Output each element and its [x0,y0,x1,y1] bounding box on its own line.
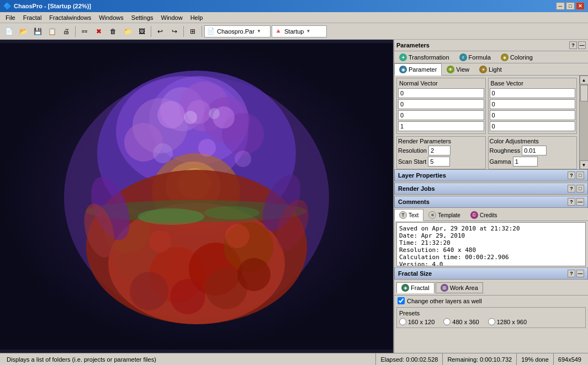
render-jobs-expand[interactable]: □ [576,185,584,192]
comments-tab-text[interactable]: T Text [394,209,423,221]
svg-point-36 [198,139,216,157]
color-adjustments-section: Color Adjustments Roughness Gamma [488,136,578,169]
change-other-layers-label: Change other layers as well [407,298,482,304]
change-other-layers-checkbox[interactable] [398,297,405,304]
menu-windows[interactable]: Windows [96,13,127,22]
params-scrollbar[interactable]: ▲ ▼ [579,76,588,169]
svg-point-29 [138,208,204,225]
normal-v3[interactable] [398,110,484,120]
tab-transformation[interactable]: ✦ Transformation [394,51,454,63]
preset-1280x960[interactable]: 1280 x 960 [488,318,527,325]
btn-e[interactable]: 🖼 [135,25,149,38]
title-bar-text: ChaosPro - [Startup (22%)] [14,3,91,9]
normal-v1[interactable] [398,88,484,98]
preset-1280x960-radio[interactable] [488,318,495,325]
menu-help[interactable]: Help [187,13,206,22]
minimize-button[interactable]: ─ [556,2,565,10]
parameters-content: Normal Vector Base Vector [394,76,579,169]
fractal-size-help[interactable]: ? [568,270,575,277]
fractal-size-collapse[interactable]: — [576,270,584,277]
svg-point-27 [237,258,271,291]
base-v1[interactable] [490,88,576,98]
layer-properties-help[interactable]: ? [568,171,575,179]
roughness-input[interactable] [522,146,547,155]
menu-settings[interactable]: Settings [128,13,157,22]
save-btn[interactable]: 💾 [31,25,44,38]
btn-c[interactable]: 🗑 [107,25,120,38]
sep4 [202,26,202,37]
normal-v4[interactable] [398,121,484,131]
menu-file[interactable]: File [2,13,19,22]
render-jobs-help[interactable]: ? [568,185,575,192]
maximize-button[interactable]: □ [566,2,575,10]
light-icon: ☀ [479,66,487,73]
grid-btn[interactable]: ⊞ [186,25,199,38]
base-v4[interactable] [490,121,576,131]
formula-icon: f [459,53,467,61]
scroll-thumb[interactable] [580,85,588,101]
svg-point-35 [153,143,173,163]
scroll-up[interactable]: ▲ [580,76,589,84]
fractal-size-section-header[interactable]: Fractal Size ? — [394,267,588,280]
menu-window[interactable]: Window [158,13,186,22]
render-jobs-section[interactable]: Render Jobs ? □ [394,182,588,195]
scanstart-input[interactable] [428,157,450,167]
comments-section-header[interactable]: Comments ? — [394,196,588,208]
startup-dropdown[interactable]: 🔺 Startup ▼ [272,25,327,37]
comments-tab-credits[interactable]: © Credits [465,209,502,221]
redo-btn[interactable]: ↪ [168,25,181,38]
subtab-fractal[interactable]: ◈ Fractal [396,282,435,293]
text-tab-icon: T [399,211,407,219]
parameters-collapse-btn[interactable]: — [578,41,586,49]
status-message-text: Displays a list of folders (i.e. project… [7,356,156,363]
menu-fractalwindows[interactable]: Fractalwindows [46,13,94,22]
base-vector-section: Base Vector [488,78,578,134]
preset-480x360[interactable]: 480 x 360 [443,318,479,325]
gamma-input[interactable] [513,157,538,167]
print-btn[interactable]: 🖨 [60,25,73,38]
undo-btn[interactable]: ↩ [153,25,167,38]
scroll-down[interactable]: ▼ [580,160,589,169]
menu-fractal[interactable]: Fractal [20,13,45,22]
parameters-help-btn[interactable]: ? [569,41,577,49]
btn-d[interactable]: 📁 [121,25,134,38]
preset-160x120-radio[interactable] [399,318,406,325]
close-button[interactable]: ✕ [576,2,585,10]
tab-parameter[interactable]: ◉ Parameter [394,63,442,76]
base-v2[interactable] [490,99,576,109]
comments-content: Saved on Apr, 29 2010 at 21:32:20 Date: … [396,222,586,266]
workarea-subtab-icon: ⊞ [441,284,448,292]
layer-properties-section[interactable]: Layer Properties ? □ [394,169,588,181]
tab-coloring-label: Coloring [510,54,533,61]
base-vector-title: Base Vector [490,79,576,87]
open-btn[interactable]: 📂 [17,25,30,38]
render-parameters-section: Render Parameters Resolution Scan Start [396,136,486,169]
layer-properties-expand[interactable]: □ [576,171,584,179]
title-bar-controls: ─ □ ✕ [556,2,585,10]
comments-collapse[interactable]: — [576,198,584,206]
parameter-icon: ◉ [399,66,407,73]
svg-point-40 [184,111,197,124]
normal-v2[interactable] [398,99,484,109]
copy-btn[interactable]: 📋 [45,25,59,38]
par-file-dropdown[interactable]: 📄 Chaospro.Par ▼ [204,25,271,37]
parameters-header: Parameters ? — [394,40,588,51]
btn-b[interactable]: ✖ [92,25,105,38]
preset-480x360-radio[interactable] [443,318,451,325]
subtab-workarea[interactable]: ⊞ Work Area [436,282,483,293]
tab-formula[interactable]: f Formula [454,51,496,63]
comments-help[interactable]: ? [568,198,575,206]
tab-view[interactable]: 👁 View [442,63,474,75]
base-v3[interactable] [490,110,576,120]
status-progress-text: 19% done [521,356,549,363]
new-btn[interactable]: 📄 [2,25,15,38]
resolution-input[interactable] [428,146,451,155]
btn-a[interactable]: ≡≡ [78,25,91,38]
tab-formula-label: Formula [469,54,491,61]
svg-point-41 [209,108,220,119]
tab-coloring[interactable]: ◈ Coloring [496,51,538,63]
comments-tab-template[interactable]: ≡ Template [423,209,465,221]
preset-160x120[interactable]: 160 x 120 [399,318,435,325]
render-jobs-title: Render Jobs [398,185,435,192]
tab-light[interactable]: ☀ Light [474,63,507,75]
